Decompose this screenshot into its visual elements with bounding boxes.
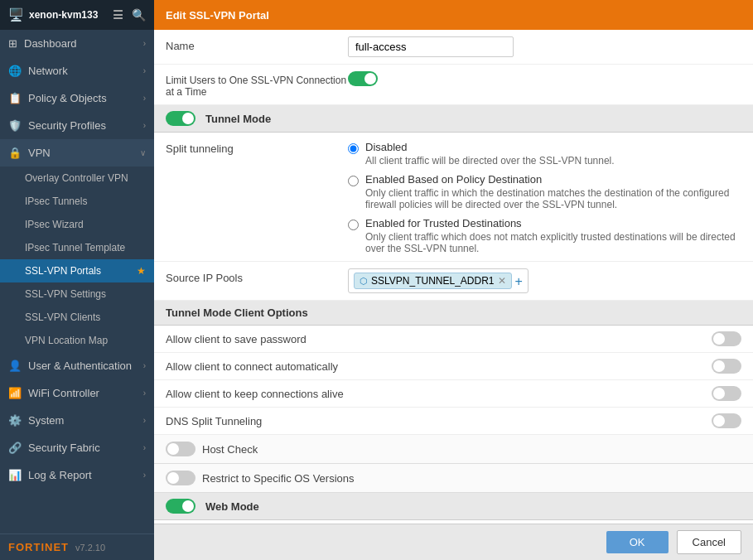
sub-item-label: IPsec Tunnel Template	[25, 242, 125, 253]
ip-add-button[interactable]: +	[515, 273, 523, 289]
version-label: v7.2.10	[75, 543, 105, 553]
ip-chip-remove-btn[interactable]: ✕	[498, 275, 506, 287]
sidebar-subitem-ipsec-template[interactable]: IPsec Tunnel Template	[0, 236, 154, 259]
sidebar-item-network[interactable]: 🌐 Network ›	[0, 57, 154, 84]
chevron-icon: ›	[143, 389, 146, 398]
sidebar-item-label: Network	[28, 65, 68, 77]
sidebar-item-security-profiles[interactable]: 🛡️ Security Profiles ›	[0, 112, 154, 139]
gear-icon: ⚙️	[8, 414, 22, 427]
top-bar: Edit SSL-VPN Portal	[154, 0, 753, 30]
name-section: Name Limit Users to One SSL-VPN Connecti…	[154, 30, 753, 105]
sidebar-item-label: Policy & Objects	[28, 92, 107, 104]
cancel-button[interactable]: Cancel	[677, 530, 741, 554]
sidebar-item-user-auth[interactable]: 👤 User & Authentication ›	[0, 352, 154, 379]
dns-split-label: DNS Split Tunneling	[166, 415, 262, 427]
dns-split-row: DNS Split Tunneling	[154, 408, 753, 435]
sidebar-subitem-ipsec-tunnels[interactable]: IPsec Tunnels	[0, 190, 154, 213]
connect-auto-toggle[interactable]	[712, 359, 741, 374]
host-check-row: Host Check	[154, 435, 753, 464]
app-logo-icon: 🖥️	[8, 7, 24, 22]
sub-item-label: SSL-VPN Clients	[25, 311, 100, 323]
chevron-icon: ›	[143, 443, 146, 452]
wifi-icon: 📶	[8, 387, 22, 399]
limit-users-row: Limit Users to One SSL-VPN Connection at…	[154, 65, 753, 105]
fabric-icon: 🔗	[8, 442, 22, 454]
sidebar-item-label: Security Profiles	[28, 119, 106, 132]
sidebar-item-log-report[interactable]: 📊 Log & Report ›	[0, 461, 154, 489]
web-mode-label: Web Mode	[205, 500, 259, 513]
radio-trusted-input[interactable]	[348, 220, 359, 230]
sidebar-subitem-ssl-clients[interactable]: SSL-VPN Clients	[0, 306, 154, 329]
keep-alive-label: Allow client to keep connections alive	[166, 388, 344, 400]
sidebar-item-dashboard[interactable]: ⊞ Dashboard ›	[0, 30, 154, 57]
ip-chip: ⬡ SSLVPN_TUNNEL_ADDR1 ✕	[354, 273, 512, 289]
client-options-section: Allow client to save password Allow clie…	[154, 326, 753, 435]
tunnel-mode-label: Tunnel Mode	[205, 113, 271, 125]
shield-icon: 🛡️	[8, 119, 22, 132]
sidebar-subitem-vpn-location-map[interactable]: VPN Location Map	[0, 329, 154, 352]
chevron-icon: ›	[143, 471, 146, 480]
sidebar-item-label: Security Fabric	[28, 442, 100, 454]
limit-users-toggle[interactable]	[348, 71, 378, 86]
sidebar-subitem-ipsec-wizard[interactable]: IPsec Wizard	[0, 213, 154, 236]
radio-disabled-input[interactable]	[348, 143, 359, 154]
network-chip-icon: ⬡	[360, 276, 368, 287]
sidebar-footer: FORTINETv7.2.10	[0, 533, 154, 560]
star-icon: ★	[137, 265, 146, 277]
sidebar: 🖥️ xenon-kvm133 ☰ 🔍 ⊞ Dashboard › 🌐 Netw…	[0, 0, 154, 560]
sidebar-subitem-ssl-portals[interactable]: SSL-VPN Portals ★	[0, 259, 154, 282]
vpn-icon: 🔒	[8, 147, 22, 159]
save-password-toggle[interactable]	[712, 331, 741, 346]
chevron-icon: ›	[143, 416, 146, 425]
dashboard-icon: ⊞	[8, 37, 17, 50]
radio-trusted-label: Enabled for Trusted Destinations	[365, 217, 741, 229]
sub-item-label: IPsec Wizard	[25, 219, 84, 230]
name-input[interactable]	[348, 36, 514, 57]
sidebar-item-vpn[interactable]: 🔒 VPN ∨	[0, 139, 154, 167]
ip-chip-container: ⬡ SSLVPN_TUNNEL_ADDR1 ✕ +	[348, 268, 529, 293]
radio-disabled-label: Disabled	[365, 141, 615, 153]
name-label: Name	[166, 36, 348, 52]
sub-item-label: VPN Location Map	[25, 335, 108, 346]
client-options-header: Tunnel Mode Client Options	[154, 301, 753, 326]
sidebar-item-label: System	[28, 414, 64, 427]
chevron-icon: ›	[143, 121, 146, 130]
sidebar-item-label: VPN	[28, 147, 51, 159]
sidebar-item-label: Log & Report	[28, 469, 92, 481]
sidebar-item-wifi[interactable]: 📶 WiFi Controller ›	[0, 379, 154, 407]
split-tunneling-section: Split tunneling Disabled All client traf…	[154, 133, 753, 301]
restrict-os-label: Restrict to Specific OS Versions	[202, 472, 355, 485]
app-title: xenon-kvm133	[29, 9, 98, 21]
web-mode-toggle[interactable]	[166, 499, 195, 514]
ok-button[interactable]: OK	[606, 531, 669, 553]
radio-trusted-dest: Enabled for Trusted Destinations Only cl…	[348, 217, 741, 254]
chart-icon: 📊	[8, 469, 22, 481]
restrict-os-toggle[interactable]	[166, 471, 195, 485]
split-tunneling-options: Disabled All client traffic will be dire…	[348, 139, 741, 254]
sidebar-subitem-ssl-settings[interactable]: SSL-VPN Settings	[0, 282, 154, 306]
search-icon[interactable]: 🔍	[132, 8, 146, 22]
restrict-os-row: Restrict to Specific OS Versions	[154, 464, 753, 493]
radio-disabled: Disabled All client traffic will be dire…	[348, 141, 741, 167]
sidebar-item-security-fabric[interactable]: 🔗 Security Fabric ›	[0, 434, 154, 461]
host-check-toggle[interactable]	[166, 442, 195, 456]
sidebar-item-system[interactable]: ⚙️ System ›	[0, 407, 154, 434]
chevron-icon: ›	[143, 39, 146, 48]
sidebar-item-policy-objects[interactable]: 📋 Policy & Objects ›	[0, 84, 154, 112]
policy-icon: 📋	[8, 92, 22, 104]
keep-alive-toggle[interactable]	[712, 386, 741, 401]
dns-split-toggle[interactable]	[712, 413, 741, 428]
connect-auto-label: Allow client to connect automatically	[166, 360, 338, 373]
sidebar-subitem-overlay[interactable]: Overlay Controller VPN	[0, 167, 154, 190]
hamburger-icon[interactable]: ☰	[113, 8, 123, 22]
tunnel-mode-toggle[interactable]	[166, 111, 195, 126]
bottom-bar: OK Cancel	[154, 524, 753, 560]
name-value	[348, 36, 741, 57]
user-icon: 👤	[8, 360, 22, 372]
radio-policy-sub: Only client traffic in which the destina…	[365, 187, 741, 210]
sidebar-item-label: User & Authentication	[28, 360, 132, 372]
radio-policy-input[interactable]	[348, 176, 359, 186]
source-ip-label: Source IP Pools	[166, 268, 348, 284]
chevron-icon: ›	[143, 66, 146, 75]
chevron-icon: ›	[143, 94, 146, 103]
